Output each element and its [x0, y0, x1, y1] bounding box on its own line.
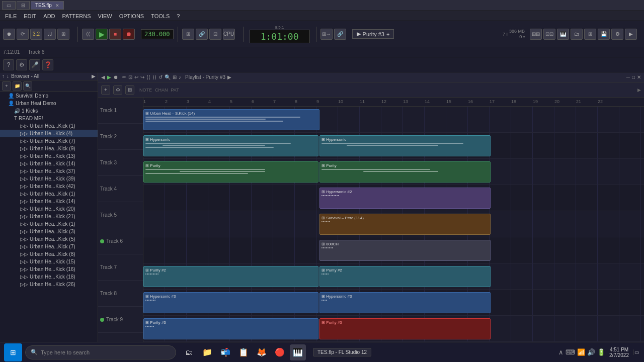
explorer-icon[interactable]: 📁 [199, 344, 215, 360]
playlist-maximize-btn[interactable]: □ [632, 74, 635, 80]
pl-add-track-btn[interactable]: + [101, 85, 110, 95]
block-purity-1[interactable]: ⊞ Purity [143, 161, 318, 183]
playlist-close-btn[interactable]: ✕ [637, 74, 641, 80]
playlist-nav-icon[interactable]: ◀ [101, 74, 105, 80]
track-row-5[interactable]: ⊞ Survival – Perc (114) [143, 211, 644, 237]
active-app-label[interactable]: TES.flp - FL Studio 12 [313, 348, 371, 356]
block-hypersonic2[interactable]: ⊞ Hypersonic #2 [319, 188, 491, 209]
sidebar-item-survival-demo[interactable]: 👤 Survival Demo [0, 92, 98, 100]
sidebar-item-kick-1b[interactable]: ▷▷ Urban Hea...Kick (1) [0, 190, 98, 198]
playlist-rec-icon[interactable]: ⏺ [113, 74, 118, 80]
metro-btn[interactable]: ♩♩ [44, 29, 56, 40]
sidebar-item-kick-18[interactable]: ▷▷ Urban He...Kick (18) [0, 273, 98, 281]
scroll-right-icon[interactable]: ▶ [637, 87, 641, 93]
track-label-2[interactable]: Track 2 [98, 124, 143, 150]
pl-grid-btn[interactable]: ⊞ [125, 85, 134, 95]
pencil-icon[interactable]: ✏ [122, 74, 126, 80]
more-btn[interactable]: ▶ [625, 29, 637, 40]
pattern-selector[interactable]: ▶ Purity #3 + [352, 29, 394, 39]
opera-icon[interactable]: 🔴 [272, 344, 288, 360]
windows-start-button[interactable]: ⊞ [4, 343, 22, 361]
sidebar-nav-up[interactable]: ↑ [2, 73, 5, 79]
block-purity2-2[interactable]: ⊞ Purity #2 [319, 266, 491, 287]
zoom-icon[interactable]: 🔍 [165, 74, 171, 80]
firefox-icon[interactable]: 🦊 [254, 344, 270, 360]
sidebar-item-kick-5[interactable]: ▷▷ Urban Hea...Kick (5) [0, 235, 98, 243]
menu-tools[interactable]: TOOLS [148, 13, 173, 20]
block-808ch[interactable]: ⊞ 808CH [319, 240, 491, 261]
select-icon[interactable]: ⊡ [128, 74, 132, 80]
track-row-8[interactable]: ⊞ Hypersonic #3 ⊞ Hypersonic #3 [143, 290, 644, 316]
link-btn[interactable]: 🔗 [196, 29, 208, 40]
taskbar-search-box[interactable]: 🔍 Type here to search [25, 345, 176, 359]
sidebar-item-kick-39[interactable]: ▷▷ Urban He...Kick (39) [0, 175, 98, 183]
playlist-minimize-btn[interactable]: ─ [626, 74, 630, 80]
next-icon[interactable]: ⟩⟩ [152, 74, 156, 80]
sidebar-item-kick-1c[interactable]: ▷▷ Urban Hea...Kick (1) [0, 220, 98, 228]
track-row-7[interactable]: ⊞ Purity #2 ⊞ Purity #2 [143, 263, 644, 290]
block-purity3-active[interactable]: ⊞ Purity #3 [319, 318, 491, 339]
sticky-icon[interactable]: 📋 [235, 344, 252, 360]
track-label-6[interactable]: Track 6 [98, 228, 143, 254]
settings-tool-icon[interactable]: ⚙ [16, 59, 27, 70]
sidebar-item-kick-7b[interactable]: ▷▷ Urban Hea...Kick (7) [0, 243, 98, 250]
menu-edit[interactable]: EDIT [21, 13, 39, 20]
show-desktop-btn[interactable]: ▭ [633, 349, 640, 355]
sidebar-item-kick-26[interactable]: ▷▷ Urban He...Kick (26) [0, 281, 98, 288]
help-icon[interactable]: ? [3, 59, 14, 70]
sidebar-search-icon[interactable]: 🔍 [23, 81, 32, 90]
sidebar-item-kick-8[interactable]: ▷▷ Urban Hea...Kick (8) [0, 250, 98, 258]
block-hypersonic3-2[interactable]: ⊞ Hypersonic #3 [319, 292, 491, 313]
sidebar-item-1-kicks[interactable]: 🔊 1 Kicks [0, 107, 98, 115]
record-btn[interactable]: ⏺ [123, 29, 135, 40]
pl-settings-btn[interactable]: ⚙ [113, 85, 122, 95]
cpu-btn[interactable]: CPU [223, 29, 235, 40]
block-survival-perc[interactable]: ⊞ Survival – Perc (114) [319, 214, 491, 235]
expand-tray-icon[interactable]: ∧ [558, 348, 564, 356]
menu-help[interactable]: ? [174, 13, 183, 20]
sidebar-item-kick-14b[interactable]: ▷▷ Urban He...Kick (14) [0, 198, 98, 205]
redo-icon[interactable]: ↪ [140, 74, 144, 80]
loop-icon[interactable]: ↺ [158, 74, 163, 80]
loop-record-btn[interactable]: ⟳ [17, 29, 29, 40]
track-label-7[interactable]: Track 7 [98, 254, 143, 281]
track-label-8[interactable]: Track 8 [98, 281, 143, 307]
sidebar-item-kick-7[interactable]: ▷▷ Urban Hea...Kick (7) [0, 137, 98, 145]
block-purity3-1[interactable]: ⊞ Purity #3 [143, 318, 318, 339]
track-row-4[interactable]: ⊞ Hypersonic #2 [143, 185, 644, 211]
block-urban-heat-kick[interactable]: ⊞ Urban Heat – S.Kick (14) [143, 109, 319, 130]
sidebar-item-kick-14[interactable]: ▷▷ Urban He...Kick (14) [0, 160, 98, 167]
volume-icon[interactable]: 🔊 [587, 348, 595, 356]
sidebar-item-kick-9[interactable]: ▷▷ Urban Hea...Kick (9) [0, 145, 98, 152]
stop-btn[interactable]: ■ [109, 29, 121, 40]
sidebar-nav-down[interactable]: ↓ [7, 73, 9, 79]
mixer-view-btn[interactable]: ⊞⊞ [530, 29, 542, 40]
save-btn[interactable]: 💾 [598, 29, 610, 40]
close-icon[interactable]: ✕ [55, 3, 59, 8]
sidebar-folder-icon[interactable]: 📁 [13, 81, 22, 90]
menu-options[interactable]: OPTIONS [116, 13, 147, 20]
settings-btn[interactable]: ⚙ [611, 29, 623, 40]
track-label-5[interactable]: Track 5 [98, 202, 143, 228]
snap-btn[interactable]: ⊞ [182, 29, 194, 40]
track-label-9[interactable]: Track 9 [98, 307, 143, 333]
bpm-display[interactable]: 230.000 [141, 29, 174, 39]
channels-btn[interactable]: ⊡⊡ [543, 29, 555, 40]
menu-patterns[interactable]: PATTERNS [59, 13, 94, 20]
track-label-3[interactable]: Track 3 [98, 150, 143, 176]
sidebar-item-kick-15[interactable]: ▷▷ Urban He...Kick (15) [0, 258, 98, 265]
play-prev-btn[interactable]: ⟨⟨ [82, 29, 94, 40]
track-label-1[interactable]: Track 1 [98, 98, 143, 124]
sidebar-toggle[interactable]: ▶ [92, 73, 96, 79]
window-tab-maximize[interactable]: ⊟ [17, 1, 30, 10]
dini-icon[interactable]: 📬 [217, 344, 233, 360]
block-hypersonic-2[interactable]: ⊞ Hypersonic [319, 135, 491, 156]
snap-icon[interactable]: ⊞ [173, 74, 177, 80]
sidebar-add-icon[interactable]: + [2, 81, 11, 90]
mixer-btn[interactable]: ⊞ [57, 29, 69, 40]
sidebar-item-kick-37[interactable]: ▷▷ Urban He...Kick (37) [0, 167, 98, 175]
note-icon[interactable]: ♪ [179, 74, 181, 80]
track-label-4[interactable]: Track 4 [98, 176, 143, 202]
track-row-3[interactable]: ⊞ Purity ⊞ Purity [143, 159, 644, 185]
sidebar-item-urban-heat-demo[interactable]: 👤 Urban Heat Demo [0, 100, 98, 107]
